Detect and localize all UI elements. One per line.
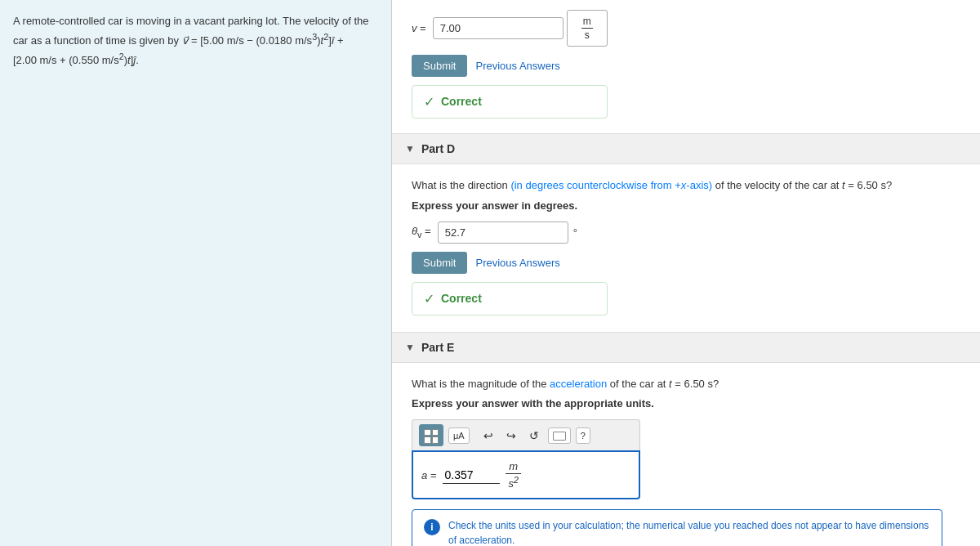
check-icon: ✓ bbox=[424, 94, 434, 110]
part-d-unit: ° bbox=[573, 226, 577, 239]
ua-toolbar-button[interactable]: μA bbox=[448, 427, 470, 444]
info-main-text: Check the units used in your calculation… bbox=[448, 520, 929, 546]
part-e-content: What is the magnitude of the acceleratio… bbox=[392, 363, 980, 546]
part-e-input-label: a = bbox=[421, 469, 436, 481]
part-e-unit-numerator: m bbox=[506, 460, 521, 474]
redo-toolbar-button[interactable]: ↪ bbox=[502, 427, 520, 445]
part-e-arrow-icon: ▼ bbox=[405, 342, 415, 353]
part-e-question-text: What is the magnitude of the acceleratio… bbox=[412, 378, 719, 390]
part-e-unit-denominator: s2 bbox=[505, 474, 522, 490]
keyboard-toolbar-button[interactable]: ​ bbox=[548, 427, 571, 444]
part-e-section: ▼ Part E What is the magnitude of the ac… bbox=[392, 332, 980, 546]
fraction-toolbar-button[interactable] bbox=[419, 424, 443, 446]
undo-toolbar-button[interactable]: ↩ bbox=[479, 427, 497, 445]
part-d-question-text: What is the direction (in degrees counte… bbox=[412, 179, 892, 191]
part-e-math-input-area: a = m s2 bbox=[412, 450, 640, 499]
part-d-label: Part D bbox=[421, 142, 455, 155]
part-e-express: Express your answer with the appropriate… bbox=[412, 397, 960, 410]
velocity-result-row: v = 7.00 m s bbox=[412, 10, 960, 47]
part-d-content: What is the direction (in degrees counte… bbox=[392, 164, 980, 329]
part-d-express: Express your answer in degrees. bbox=[412, 199, 960, 212]
reset-toolbar-button[interactable]: ↺ bbox=[525, 427, 543, 445]
part-d-correct-text: Correct bbox=[441, 292, 482, 305]
part-d-question: What is the direction (in degrees counte… bbox=[412, 177, 960, 195]
part-d-correct-banner: ✓ Correct bbox=[412, 282, 608, 316]
part-c-button-row: Submit Previous Answers bbox=[412, 55, 960, 77]
velocity-unit: m s bbox=[567, 10, 608, 47]
part-c-correct-text: Correct bbox=[441, 95, 482, 108]
part-e-info-box: i Check the units used in your calculati… bbox=[412, 509, 942, 546]
math-toolbar: μA ↩ ↪ ↺ ​ ? bbox=[412, 419, 640, 450]
part-e-header[interactable]: ▼ Part E bbox=[392, 332, 980, 363]
part-d-section: ▼ Part D What is the direction (in degre… bbox=[392, 133, 980, 329]
equation-part2: [2.00 m/s + (0.550 m/s2)t]ĵ. bbox=[13, 54, 139, 66]
part-e-value-input[interactable] bbox=[443, 467, 500, 484]
velocity-input[interactable]: 7.00 bbox=[433, 17, 564, 39]
part-d-value: 52.7 bbox=[445, 226, 466, 239]
part-e-unit-fraction: m s2 bbox=[505, 460, 522, 490]
problem-panel: A remote-controlled car is moving in a v… bbox=[0, 0, 392, 546]
part-d-arrow-icon: ▼ bbox=[405, 143, 415, 154]
info-icon: i bbox=[424, 519, 440, 535]
part-d-submit-button[interactable]: Submit bbox=[412, 252, 467, 274]
velocity-label: v = bbox=[412, 22, 426, 34]
part-c-previous-answers-link[interactable]: Previous Answers bbox=[475, 60, 559, 72]
part-c-result-area: v = 7.00 m s Submit Previous Answers ✓ C… bbox=[392, 0, 980, 119]
part-c-submit-button[interactable]: Submit bbox=[412, 55, 467, 77]
part-d-header[interactable]: ▼ Part D bbox=[392, 133, 980, 164]
part-c-correct-banner: ✓ Correct bbox=[412, 85, 608, 119]
unit-numerator: m bbox=[581, 16, 593, 29]
part-d-button-row: Submit Previous Answers bbox=[412, 252, 960, 274]
problem-statement: A remote-controlled car is moving in a v… bbox=[13, 13, 378, 69]
part-d-input-label: θv = bbox=[412, 225, 431, 239]
part-e-question: What is the magnitude of the acceleratio… bbox=[412, 376, 960, 393]
unit-denominator: s bbox=[583, 29, 591, 41]
part-d-check-icon: ✓ bbox=[424, 291, 434, 307]
help-toolbar-button[interactable]: ? bbox=[576, 427, 590, 444]
velocity-value: 7.00 bbox=[440, 22, 461, 34]
right-panel: v = 7.00 m s Submit Previous Answers ✓ C… bbox=[392, 0, 980, 546]
part-e-label: Part E bbox=[421, 341, 454, 354]
part-d-previous-answers-link[interactable]: Previous Answers bbox=[475, 257, 559, 269]
part-d-input-row: θv = 52.7 ° bbox=[412, 222, 960, 244]
velocity-symbol: v⃗ = [5.00 m/s − (0.0180 m/s3)t2]î + bbox=[182, 34, 344, 47]
part-d-answer-input[interactable]: 52.7 bbox=[438, 222, 568, 244]
info-content: Check the units used in your calculation… bbox=[448, 518, 930, 546]
